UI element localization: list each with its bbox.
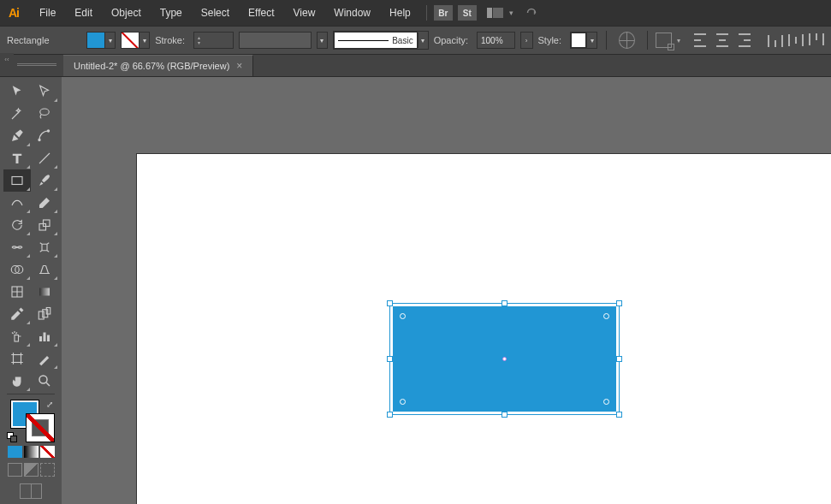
svg-point-2 (47, 130, 49, 132)
align-to-icon[interactable] (656, 33, 672, 48)
align-center-h-icon[interactable] (715, 33, 730, 47)
draw-inside[interactable] (40, 463, 55, 477)
brush-definition[interactable]: Basic▾ (333, 31, 429, 50)
variable-width-profile[interactable] (239, 32, 312, 49)
perspective-grid-tool[interactable] (31, 258, 58, 281)
screen-mode[interactable] (20, 483, 42, 499)
panel-collapse-chevrons[interactable]: ‹‹ (0, 53, 14, 65)
blend-tool[interactable] (31, 303, 58, 325)
stroke-swatch[interactable]: ▾ (121, 32, 150, 49)
width-tool[interactable] (3, 236, 31, 258)
drawing-modes (8, 463, 55, 477)
color-mode-gradient[interactable] (24, 446, 39, 458)
resize-handle-n[interactable] (502, 300, 508, 306)
opacity-label: Opacity: (434, 35, 468, 45)
resize-handle-sw[interactable] (387, 412, 393, 418)
type-tool[interactable] (3, 147, 31, 169)
selection-center-point[interactable] (502, 357, 507, 361)
align-right-icon[interactable] (735, 33, 751, 47)
rectangle-tool[interactable] (3, 169, 31, 192)
recolor-artwork-icon[interactable] (619, 32, 635, 49)
svg-rect-9 (39, 288, 50, 296)
document-tabbar: Untitled-2* @ 66.67% (RGB/Preview) × (0, 55, 831, 77)
align-left-icon[interactable] (694, 33, 709, 47)
tools-grip-icon[interactable] (17, 63, 56, 68)
mesh-tool[interactable] (3, 281, 31, 303)
slice-tool[interactable] (31, 347, 58, 370)
eyedropper-tool[interactable] (3, 303, 31, 325)
shaper-tool[interactable] (3, 192, 31, 214)
draw-normal[interactable] (8, 463, 22, 477)
eraser-tool[interactable] (31, 192, 58, 214)
draw-behind[interactable] (24, 463, 39, 477)
magic-wand-tool[interactable] (3, 103, 31, 125)
resize-handle-e[interactable] (616, 356, 622, 362)
sync-icon[interactable] (524, 7, 539, 19)
curvature-tool[interactable] (31, 125, 58, 147)
align-center-v-icon[interactable] (788, 33, 804, 47)
resize-handle-ne[interactable] (616, 300, 622, 306)
free-transform-tool[interactable] (31, 236, 58, 258)
column-graph-tool[interactable] (31, 325, 58, 347)
graphic-style[interactable]: ▾ (570, 32, 597, 49)
rotate-tool[interactable] (3, 214, 31, 236)
align-bottom-icon[interactable] (809, 33, 824, 47)
shape-builder-tool[interactable] (3, 258, 31, 281)
selection-tool[interactable] (3, 80, 31, 103)
svg-rect-10 (39, 311, 44, 319)
paintbrush-tool[interactable] (31, 169, 58, 192)
stroke-weight-input[interactable]: ▴▾ (193, 32, 234, 49)
menu-window[interactable]: Window (325, 3, 379, 22)
menu-divider (426, 5, 427, 21)
direct-selection-tool[interactable] (31, 80, 58, 103)
menu-file[interactable]: File (31, 3, 64, 22)
pen-tool[interactable] (3, 125, 31, 147)
canvas-area[interactable] (62, 77, 831, 504)
controlbar: Rectangle ▾ ▾ Stroke: ▴▾ ▾ Basic▾ Opacit… (0, 26, 831, 55)
color-mode-solid[interactable] (8, 446, 22, 458)
menu-select[interactable]: Select (193, 3, 238, 22)
variable-width-dd[interactable]: ▾ (317, 32, 328, 49)
document-tab-close-icon[interactable]: × (236, 60, 242, 72)
resize-handle-s[interactable] (502, 412, 508, 418)
resize-handle-nw[interactable] (387, 300, 393, 306)
workspace-switcher[interactable] (487, 7, 506, 19)
scale-tool[interactable] (31, 214, 58, 236)
align-top-icon[interactable] (768, 33, 783, 47)
default-fill-stroke-icon[interactable] (7, 432, 17, 442)
resize-handle-w[interactable] (387, 356, 393, 362)
hand-tool[interactable] (3, 370, 31, 392)
zoom-tool[interactable] (31, 370, 58, 392)
active-tool-label: Rectangle (7, 35, 50, 45)
lasso-tool[interactable] (31, 103, 58, 125)
menu-effect[interactable]: Effect (240, 3, 282, 22)
document-tab[interactable]: Untitled-2* @ 66.67% (RGB/Preview) × (63, 55, 253, 76)
fill-swatch[interactable]: ▾ (86, 32, 116, 49)
menu-help[interactable]: Help (381, 3, 419, 22)
color-mode-none[interactable] (40, 446, 55, 458)
svg-point-0 (40, 109, 50, 116)
stock-badge[interactable]: St (458, 5, 477, 21)
fill-stroke-swatches[interactable]: ⤢ (7, 400, 55, 442)
selection-bounds (389, 303, 620, 415)
menu-type[interactable]: Type (151, 3, 191, 22)
svg-rect-13 (15, 335, 19, 342)
menu-edit[interactable]: Edit (66, 3, 101, 22)
color-mode-row (8, 446, 55, 458)
artboard-tool[interactable] (3, 347, 31, 370)
bridge-badge[interactable]: Br (434, 5, 453, 21)
svg-rect-4 (39, 224, 46, 231)
opacity-input[interactable]: 100% (477, 32, 515, 49)
line-tool[interactable] (31, 147, 58, 169)
swap-fill-stroke-icon[interactable]: ⤢ (46, 400, 53, 409)
gradient-tool[interactable] (31, 281, 58, 303)
resize-handle-se[interactable] (616, 412, 622, 418)
workspace-dropdown-arrow[interactable]: ▾ (509, 9, 513, 17)
symbol-sprayer-tool[interactable] (3, 325, 31, 347)
opacity-dd[interactable]: › (520, 32, 533, 49)
stroke-preview[interactable] (26, 413, 55, 442)
menu-object[interactable]: Object (103, 3, 150, 22)
style-label: Style: (538, 35, 562, 45)
svg-rect-14 (39, 336, 42, 341)
menu-view[interactable]: View (285, 3, 324, 22)
